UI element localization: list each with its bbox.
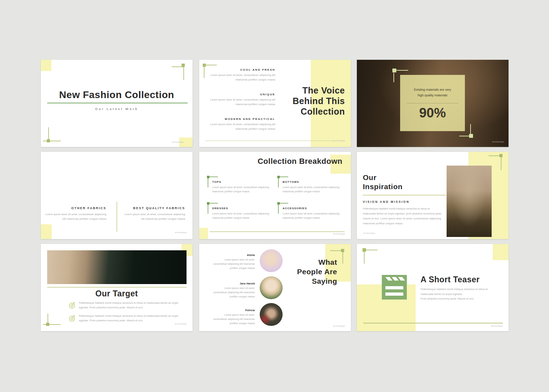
watermark: archipelago [333,140,345,142]
testimonial-body: Lorem ipsum dolor sit amet, consectetuer… [210,313,255,326]
slide-subtitle: Our Latest Work [41,107,193,111]
slide-5-breakdown[interactable]: Collection Breakdown TOPS Lorem ipsum do… [199,152,351,239]
inspiration-photo [447,166,492,237]
watermark: archipelago [175,231,187,233]
slide-2-voice[interactable]: COOL AND FRESH Lorem ipsum dolor sit ame… [199,60,351,147]
section-body: Lorem ipsum dolor sit amet, consectetuer… [206,98,275,107]
title-line: People Are [297,267,337,276]
item-body: Lorem ipsum dolor sit amet, consectetuer… [283,212,343,220]
yellow-square-decoration [199,228,208,239]
caption-divider [406,103,459,103]
template-preview-canvas: New Fashion Collection Our Latest Work a… [0,0,549,392]
watermark: archipelago [333,233,345,235]
slide-4-fabrics[interactable]: OTHER FABRICS Lorem ipsum dolor sit amet… [41,152,193,239]
slide-9-teaser[interactable]: A Short Teaser Pellentesque habitant mor… [357,244,509,331]
bullet-text: Pellentesque habitant morbi tristique se… [79,301,187,310]
slide-body: Pellentesque habitant morbi tristique se… [421,287,495,301]
testimonial-name: Jane Harold [210,282,255,285]
column-heading: OTHER FABRICS [44,206,106,210]
title-line: Inspiration [363,182,403,191]
target-icon [69,315,76,322]
feature-section: UNIQUE Lorem ipsum dolor sit amet, conse… [206,93,275,107]
bride-steps-photo [41,152,193,195]
item-heading: ACCESSORIES [283,207,343,210]
section-body: Pellentesque habitant morbi tristique se… [363,206,442,226]
item-body: Lorem ipsum dolor sit amet, consectetuer… [283,185,343,194]
title-line: Collection [292,106,345,117]
avatar [260,249,283,272]
footer-line [205,141,335,141]
avatar [260,276,283,299]
slide-title: The Voice Behind This Collection [292,85,345,117]
bullet-text: Pellentesque habitant morbi tristique se… [79,314,187,323]
section-heading: VISION AND MISSION [363,200,410,204]
slide-7-target[interactable]: Our Target Pellentesque habitant morbi t… [41,244,193,331]
slide-3-stat[interactable]: Existing materials are very high quality… [357,60,509,147]
watermark: archipelago [492,141,504,143]
slide-title: A Short Teaser [421,275,480,284]
title-line: Saying [297,276,337,286]
item-body: Lorem ipsum dolor sit amet, consectetuer… [212,185,273,194]
section-heading: COOL AND FRESH [206,68,275,71]
yellow-square-decoration [41,60,51,71]
footer-line [363,323,503,323]
target-icon [69,302,76,309]
testimonial: Petricia Lorem ipsum dolor sit amet, con… [210,309,255,326]
footer-line [210,231,345,232]
slide-title: Our Inspiration [363,173,403,191]
body-line: Pellentesque habitant morbi tristique se… [421,287,495,296]
fabric-column: BEST QUALITY FABRICS Lorem ipsum dolor s… [123,206,185,221]
watermark: archipelago [172,141,184,143]
yellow-square-decoration [493,244,509,260]
clapperboard-icon [382,275,407,300]
slide-title: Our Target [41,289,193,298]
slide-title: What People Are Saying [297,257,337,286]
breakdown-item: BOTTOMS Lorem ipsum dolor sit amet, cons… [283,180,343,194]
column-divider [116,202,117,232]
watermark: archipelago [175,323,187,325]
stat-caption: Existing materials are very high quality… [400,87,465,98]
title-line: Behind This [292,96,345,106]
caption-line: high quality materials [400,92,465,98]
stat-overlay-box: Existing materials are very high quality… [400,75,465,131]
breakdown-item: ACCESSORIES Lorem ipsum dolor sit amet, … [283,207,343,220]
testimonial-body: Lorem ipsum dolor sit amet, consectetuer… [210,286,255,299]
slide-1-cover[interactable]: New Fashion Collection Our Latest Work a… [41,60,193,147]
watermark: archipelago [333,325,345,327]
caption-line: Existing materials are very [400,87,465,92]
slide-6-inspiration[interactable]: Our Inspiration VISION AND MISSION Pelle… [357,152,509,239]
testimonial-name: Petricia [210,309,255,312]
column-heading: BEST QUALITY FABRICS [123,206,185,210]
target-banner-photo [47,250,187,284]
item-body: Lorem ipsum dolor sit amet, consectetuer… [212,212,273,220]
breakdown-item: DRESSES Lorem ipsum dolor sit amet, cons… [212,207,273,220]
testimonial-body: Lorem ipsum dolor sit amet, consectetuer… [210,258,255,270]
title-underline [363,195,446,195]
testimonial: Jane Harold Lorem ipsum dolor sit amet, … [210,282,255,299]
testimonial-name: Alisha [210,253,255,257]
slide-8-testimonials[interactable]: What People Are Saying Alisha Lorem ipsu… [199,244,351,331]
feature-section: MODERN AND PRACTICAL Lorem ipsum dolor s… [206,117,275,131]
section-body: Lorem ipsum dolor sit amet, consectetuer… [206,73,275,82]
item-heading: BOTTOMS [283,180,343,184]
breakdown-item: TOPS Lorem ipsum dolor sit amet, consect… [212,180,273,194]
title-line: Our [363,173,403,182]
column-body: Lorem ipsum dolor sit amet, consectetuer… [44,212,106,221]
avatar [260,303,283,326]
slide-title: Collection Breakdown [258,157,342,166]
body-line: Proin pharetra nonummy pede. Mauris et o… [421,296,495,301]
stat-value: 90% [400,105,465,121]
section-heading: MODERN AND PRACTICAL [206,117,275,121]
title-underline [47,103,188,103]
feature-section: COOL AND FRESH Lorem ipsum dolor sit ame… [206,68,275,82]
title-line: What [297,257,337,267]
testimonial: Alisha Lorem ipsum dolor sit amet, conse… [210,253,255,270]
title-line: The Voice [292,85,345,96]
slide-title: New Fashion Collection [41,89,193,101]
divider-line [47,287,187,288]
section-heading: UNIQUE [206,93,275,96]
item-heading: TOPS [212,180,273,184]
column-body: Lorem ipsum dolor sit amet, consectetuer… [123,212,185,221]
item-heading: DRESSES [212,207,273,210]
section-body: Lorem ipsum dolor sit amet, consectetuer… [206,122,275,131]
